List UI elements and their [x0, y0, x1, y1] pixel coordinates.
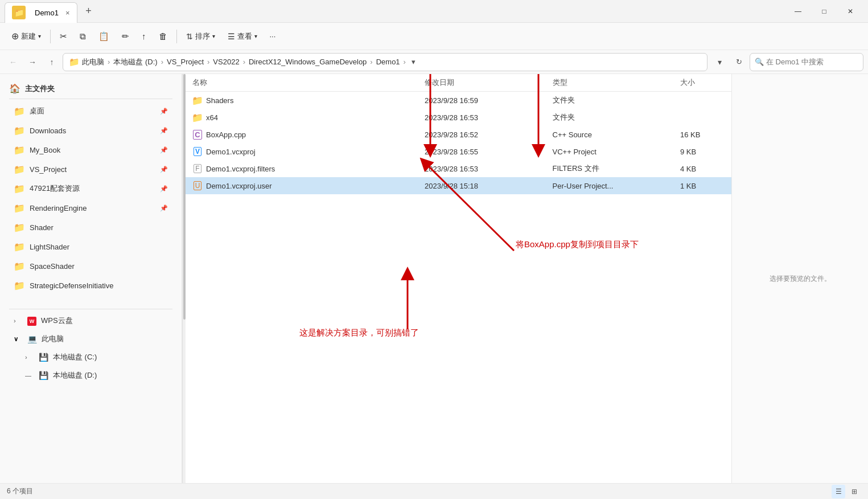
annotation-arrow1-text: 将BoxApp.cpp复制到项目目录下	[516, 239, 639, 250]
annotation-arrow2-text: 这是解决方案目录，可别搞错了	[299, 328, 419, 338]
sidebar-item-shader[interactable]: 📁 Shader	[5, 218, 177, 236]
file-name: x64	[206, 113, 218, 122]
copy-button[interactable]: ⧉	[75, 28, 90, 45]
share-button[interactable]: ↑	[137, 28, 151, 44]
addr-dropdown-btn[interactable]: ▾	[711, 54, 728, 71]
sidebar-item-strategic[interactable]: 📁 StrategicDefenseInitiative	[5, 276, 177, 295]
table-row[interactable]: C BoxApp.cpp 2023/9/28 16:52 C++ Source …	[186, 126, 731, 143]
table-row[interactable]: F Demo1.vcxproj.filters 2023/9/28 16:53 …	[186, 160, 731, 177]
addr-folder-icon: 📁	[69, 57, 80, 67]
file-type: FILTERS 文件	[546, 160, 673, 177]
file-type: C++ Source	[546, 126, 673, 143]
titlebar: 📁 Demo1 × + — □ ✕	[0, 0, 868, 23]
toolbar-sep-2	[176, 30, 177, 43]
list-view-btn[interactable]: ☰	[832, 485, 845, 498]
col-size-header[interactable]: 大小	[673, 74, 731, 92]
sidebar-item-desktop[interactable]: 📁 桌面 📌	[5, 102, 177, 120]
folder-icon: 📁	[14, 222, 25, 233]
col-type-header[interactable]: 类型	[546, 74, 673, 92]
tab-demo1[interactable]: 📁 Demo1 ×	[5, 2, 77, 23]
delete-button[interactable]: 🗑	[154, 28, 172, 44]
forward-button[interactable]: →	[24, 54, 41, 71]
more-button[interactable]: ···	[265, 28, 281, 44]
breadcrumb-demo1[interactable]: Demo1	[376, 58, 400, 66]
sidebar-home[interactable]: 🏠 主文件夹	[0, 79, 182, 96]
sidebar-item-mybook[interactable]: 📁 My_Book 📌	[5, 141, 177, 159]
sidebar-item-downloads[interactable]: 📁 Downloads 📌	[5, 121, 177, 140]
window-controls: — □ ✕	[785, 0, 863, 23]
view-button[interactable]: ☰ 查看 ▾	[223, 28, 262, 45]
maximize-btn[interactable]: □	[811, 0, 837, 23]
main-area: 🏠 主文件夹 📁 桌面 📌 📁 Downloads 📌 📁 My_Book 📌	[0, 74, 868, 483]
expand-pc-icon[interactable]: ∨	[14, 336, 23, 343]
sort-button[interactable]: ⇅ 排序 ▾	[182, 28, 220, 45]
sidebar-item-disk-c[interactable]: › 💾 本地磁盘 (C:)	[5, 349, 177, 366]
pin-icon: 📌	[160, 166, 168, 173]
breadcrumb-vs2022[interactable]: VS2022	[213, 58, 239, 66]
minimize-btn[interactable]: —	[785, 0, 811, 23]
expand-wps-icon[interactable]: ›	[14, 317, 23, 324]
file-name: BoxApp.cpp	[206, 130, 246, 139]
sort-icon: ⇅	[186, 32, 193, 41]
paste-button[interactable]: 📋	[94, 28, 114, 45]
sidebar-item-rendering[interactable]: 📁 RenderingEngine 📌	[5, 199, 177, 217]
pin-icon: 📌	[160, 146, 168, 154]
cut-button[interactable]: ✂	[55, 28, 72, 45]
copy-icon: ⧉	[80, 31, 86, 42]
grid-view-btn[interactable]: ⊞	[848, 485, 861, 498]
toolbar: ⊕ 新建 ▾ ✂ ⧉ 📋 ✏ ↑ 🗑 ⇅ 排序 ▾ ☰ 查看	[0, 23, 868, 50]
col-name-header[interactable]: 名称	[186, 74, 418, 92]
up-button[interactable]: ↑	[43, 54, 60, 71]
file-icon: 📁	[192, 112, 203, 122]
breadcrumb-pc[interactable]: 此电脑	[82, 57, 104, 67]
file-date: 2023/9/28 16:59	[418, 92, 545, 109]
file-date: 2023/9/28 16:53	[418, 109, 545, 126]
home-icon: 🏠	[9, 83, 20, 94]
sidebar-item-pc[interactable]: ∨ 💻 此电脑	[5, 330, 177, 347]
search-input[interactable]	[766, 58, 858, 66]
file-name: Demo1.vcxproj	[206, 148, 256, 156]
file-type: 文件夹	[546, 92, 673, 109]
breadcrumb-vsproj[interactable]: VS_Project	[167, 58, 204, 66]
back-button[interactable]: ←	[5, 54, 22, 71]
view-icon: ☰	[228, 32, 235, 41]
sidebar-item-disk-d[interactable]: — 💾 本地磁盘 (D:)	[5, 367, 177, 384]
rename-button[interactable]: ✏	[117, 28, 134, 45]
sidebar-item-spaceshader[interactable]: 📁 SpaceShader	[5, 257, 177, 275]
file-date: 2023/9/28 15:18	[418, 177, 545, 194]
sidebar-divider-2	[9, 309, 172, 309]
disk-c-icon: 💾	[39, 353, 48, 362]
folder-icon: 📁	[14, 183, 25, 194]
folder-icon: 📁	[14, 280, 25, 291]
item-count: 6 个项目	[7, 486, 33, 496]
refresh-button[interactable]: ↻	[730, 54, 747, 71]
expand-c-icon[interactable]: ›	[25, 354, 34, 361]
sidebar-item-vsproject[interactable]: 📁 VS_Project 📌	[5, 160, 177, 178]
search-box[interactable]: 🔍	[750, 53, 863, 71]
breadcrumb-dx12[interactable]: DirectX12_Windows_GameDevelop	[249, 58, 367, 66]
close-btn[interactable]: ✕	[837, 0, 863, 23]
expand-d-icon[interactable]: —	[25, 372, 34, 379]
file-date: 2023/9/28 16:52	[418, 126, 545, 143]
sidebar-item-lightshader[interactable]: 📁 LightShader	[5, 238, 177, 256]
tab-add-btn[interactable]: +	[80, 2, 98, 21]
file-date: 2023/9/28 16:53	[418, 160, 545, 177]
file-icon: V	[192, 146, 203, 157]
col-date-header[interactable]: 修改日期	[418, 74, 545, 92]
breadcrumb-disk[interactable]: 本地磁盘 (D:)	[113, 57, 157, 67]
tab-close-btn[interactable]: ×	[65, 9, 70, 17]
new-button[interactable]: ⊕ 新建 ▾	[7, 27, 46, 45]
table-row[interactable]: 📁 x64 2023/9/28 16:53 文件夹	[186, 109, 731, 126]
sidebar-item-47921[interactable]: 📁 47921配套资源 📌	[5, 179, 177, 198]
file-size: 16 KB	[673, 126, 731, 143]
view-chevron-icon: ▾	[254, 33, 257, 39]
table-row[interactable]: V Demo1.vcxproj 2023/9/28 16:55 VC++ Pro…	[186, 143, 731, 160]
table-row[interactable]: U Demo1.vcxproj.user 2023/9/28 15:18 Per…	[186, 177, 731, 194]
sidebar-item-wps[interactable]: › W WPS云盘	[5, 312, 177, 329]
table-row[interactable]: 📁 Shaders 2023/9/28 16:59 文件夹	[186, 92, 731, 109]
folder-icon: 📁	[14, 125, 25, 136]
addr-chevron-icon[interactable]: ▾	[412, 58, 416, 66]
address-pill[interactable]: 📁 此电脑 › 本地磁盘 (D:) › VS_Project › VS2022 …	[63, 53, 707, 71]
file-icon: 📁	[192, 95, 203, 105]
status-bar: 6 个项目 ☰ ⊞	[0, 483, 868, 499]
